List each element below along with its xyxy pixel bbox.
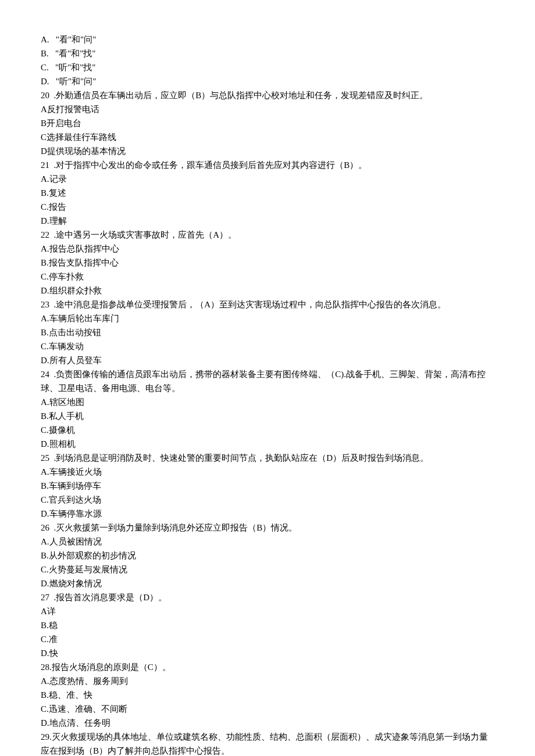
text-line: B.从外部观察的初步情况 (41, 549, 494, 562)
text-line: 21 .对于指挥中心发出的命令或任务，跟车通信员接到后首先应对其内容进行（B）。 (41, 158, 494, 172)
text-line: 20 .外勤通信员在车辆出动后，应立即（B）与总队指挥中心校对地址和任务，发现差… (41, 88, 494, 102)
text-line: C.迅速、准确、不间断 (41, 702, 494, 716)
text-line: A.报告总队指挥中心 (41, 242, 494, 256)
text-line: 28.报告火场消息的原则是（C）。 (41, 660, 494, 674)
text-line: 29.灭火救援现场的具体地址、单位或建筑名称、功能性质、结构、总面积（层面积）、… (41, 730, 494, 756)
text-line: C.火势蔓延与发展情况 (41, 562, 494, 576)
text-line: A反打报警电话 (41, 102, 494, 116)
text-line: D.组织群众扑救 (41, 284, 494, 298)
text-line: B.报告支队指挥中心 (41, 256, 494, 270)
text-line: B. "看"和"找" (41, 46, 494, 60)
text-line: C.车辆发动 (41, 339, 494, 353)
text-line: A.记录 (41, 172, 494, 186)
text-line: 24 .负责图像传输的通信员跟车出动后，携带的器材装备主要有图传终端、（C).战… (41, 367, 494, 395)
text-line: B.点击出动按钮 (41, 325, 494, 339)
text-line: D.车辆停靠水源 (41, 507, 494, 521)
text-line: A. "看"和"问" (41, 33, 494, 46)
text-line: D.地点清、任务明 (41, 716, 494, 730)
text-line: D.燃烧对象情况 (41, 576, 494, 590)
text-line: 25 .到场消息是证明消防及时、快速处警的重要时间节点，执勤队站应在（D）后及时… (41, 451, 494, 465)
text-line: B开启电台 (41, 116, 494, 130)
text-line: B.稳、准、快 (41, 688, 494, 702)
text-line: 27 .报告首次消息要求是（D）。 (41, 590, 494, 604)
text-line: C.报告 (41, 200, 494, 214)
document-body: A. "看"和"问"B. "看"和"找"C. "听"和"找"D. "听"和"问"… (41, 33, 494, 756)
text-line: B.私人手机 (41, 409, 494, 423)
text-line: C选择最佳行车路线 (41, 130, 494, 144)
text-line: A.人员被困情况 (41, 535, 494, 549)
text-line: C.停车扑救 (41, 270, 494, 284)
text-line: D.照相机 (41, 437, 494, 451)
text-line: D.所有人员登车 (41, 353, 494, 367)
text-line: D.快 (41, 646, 494, 660)
text-line: A.车辆后轮出车库门 (41, 311, 494, 325)
text-line: B.车辆到场停车 (41, 479, 494, 493)
text-line: C.摄像机 (41, 423, 494, 437)
text-line: A.车辆接近火场 (41, 465, 494, 479)
text-line: A.态度热情、服务周到 (41, 674, 494, 688)
text-line: C. "听"和"找" (41, 60, 494, 74)
text-line: D. "听"和"问" (41, 74, 494, 88)
text-line: B.复述 (41, 186, 494, 200)
text-line: D.理解 (41, 214, 494, 228)
text-line: 26 .灭火救援第一到场力量除到场消息外还应立即报告（B）情况。 (41, 521, 494, 535)
text-line: 22 .途中遇另一火场或灾害事故时，应首先（A）。 (41, 228, 494, 242)
text-line: A详 (41, 604, 494, 618)
text-line: D提供现场的基本情况 (41, 144, 494, 158)
text-line: 23 .途中消息是指参战单位受理报警后，（A）至到达灾害现场过程中，向总队指挥中… (41, 298, 494, 311)
text-line: B.稳 (41, 618, 494, 632)
text-line: C.官兵到达火场 (41, 493, 494, 507)
text-line: A.辖区地图 (41, 395, 494, 409)
text-line: C.准 (41, 632, 494, 646)
